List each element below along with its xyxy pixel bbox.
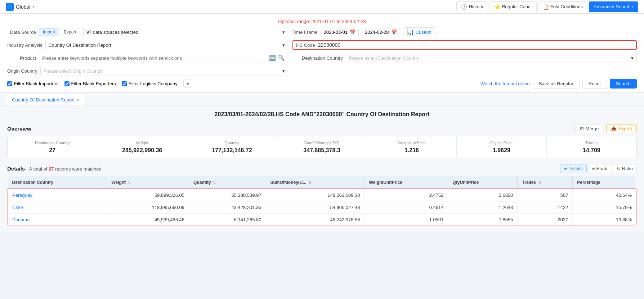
right-section-2: HS Code 22030000 [292, 40, 637, 50]
data-sources-select[interactable]: 97 data sources selected ▾ [83, 27, 288, 37]
regular-cond-button[interactable]: ⭐ Regular Cond. [489, 1, 537, 12]
advanced-search-button[interactable]: Advanced Search › [589, 1, 638, 12]
card-value-3: 347,685,378.3 [281, 147, 363, 154]
cell-1-2: 43,428,201.35 [189, 201, 266, 214]
product-input-field[interactable]: 🔤 🔍 [39, 53, 288, 63]
star-icon: ⭐ [494, 4, 500, 10]
th-1[interactable]: Weight ⇅ [107, 176, 189, 189]
optional-range-notice: Optional range: 2021-01-01 to 2024-02-28 [7, 19, 637, 24]
history-button[interactable]: 🕐 History [456, 1, 488, 12]
ratio-icon: ↻ [617, 166, 621, 171]
cell-2-5: 7.8555 [448, 214, 518, 226]
overview-card-3: SumOfMoney(USD) 347,685,378.3 [277, 136, 367, 158]
data-source-label: Data Source [7, 30, 36, 35]
custom-button[interactable]: 📊 Custom [403, 27, 436, 37]
cell-1-3: 54,905,027.48 [266, 201, 365, 214]
overview-card-0: Destination Country 27 [8, 136, 97, 158]
cell-1-6: 1422 [518, 201, 573, 214]
export-tab[interactable]: Export [60, 28, 80, 36]
th-5: QtyUnitPrice [448, 176, 518, 189]
left-section-1: Data Source Import Export 97 data source… [7, 27, 288, 37]
filter-actions: Watch the tutorial demo Save as Regular … [480, 79, 637, 89]
export-button[interactable]: 📤 Export [606, 124, 637, 133]
cell-1-1: 118,985,660.09 [107, 201, 189, 214]
country-link[interactable]: Paraguay [12, 192, 32, 198]
destination-country-select[interactable]: Please select Destination Country ▾ [346, 53, 637, 63]
card-value-6: 14,709 [550, 147, 633, 154]
cell-0-0[interactable]: Paraguay [8, 189, 107, 201]
fold-icon: 📋 [543, 4, 549, 10]
product-input[interactable] [42, 55, 267, 61]
cell-2-0[interactable]: Panama [8, 214, 107, 226]
date-start-input[interactable]: 2023-03-01 📅 [321, 28, 359, 36]
th-4: WeightUnitPrice [365, 176, 448, 189]
table-header-row: Destination CountryWeight ⇅Quantity ⇅Sum… [8, 176, 636, 189]
overview-card-6: Trades 14,709 [547, 136, 636, 158]
cell-0-3: 148,263,509.30 [266, 189, 365, 201]
overview-header: Overview ⊞ Merge 📤 Export [7, 124, 637, 133]
import-export-toggle: Import Export [39, 28, 80, 36]
overview-card-2: Quantity 177,132,146.72 [187, 136, 277, 158]
card-label-0: Destination Country [11, 141, 93, 145]
data-table: Destination CountryWeight ⇅Quantity ⇅Sum… [7, 176, 637, 226]
origin-country-select[interactable]: Please select Origin Country ▾ [40, 66, 288, 76]
cell-0-1: 59,899,326.05 [107, 189, 189, 201]
details-title: Details [7, 166, 25, 172]
table-row: Panama45,939,483.466,141,265.8048,242,97… [8, 214, 636, 226]
ratio-view-button[interactable]: ↻ Ratio [613, 164, 637, 173]
filter-row: Filter Blank Importers Filter Blank Expo… [7, 79, 637, 89]
th-3[interactable]: SumOfMoney(U... ⇅ [266, 176, 365, 189]
card-label-3: SumOfMoney(USD) [281, 141, 363, 145]
filter-blank-exporters-check[interactable]: Filter Blank Exporters [64, 81, 116, 86]
cell-2-2: 6,141,265.80 [189, 214, 266, 226]
tutorial-link[interactable]: Watch the tutorial demo [480, 81, 530, 86]
search-row-3: Product 🔤 🔍 Destination Country Please s… [7, 53, 637, 63]
translate-icon[interactable]: 🔤 [269, 55, 276, 61]
th-2[interactable]: Quantity ⇅ [189, 176, 266, 189]
th-6[interactable]: Trades ⇅ [518, 176, 573, 189]
tab-country-destination[interactable]: Country Of Destination Report × [6, 94, 85, 105]
fold-conditions-button[interactable]: 📋 Fold Conditions [538, 1, 587, 12]
filter-logistics-check[interactable]: Filter Logitics Company [122, 81, 178, 86]
sort-icon-3[interactable]: ⇅ [308, 181, 312, 185]
details-view-icon: ≡ [564, 166, 567, 171]
cell-0-7: 42.64% [573, 189, 636, 201]
cell-2-3: 48,242,978.56 [266, 214, 365, 226]
cell-2-4: 1.0501 [365, 214, 448, 226]
collapse-filters-button[interactable]: ▾ [183, 80, 192, 88]
chevron-down-icon: ▾ [282, 30, 285, 35]
search-row-1: Data Source Import Export 97 data source… [7, 27, 637, 37]
cell-1-4: 0.4614 [365, 201, 448, 214]
left-section-3: Product 🔤 🔍 [7, 53, 288, 63]
card-label-2: Quantity [191, 141, 273, 145]
filter-blank-importers-check[interactable]: Filter Blank Importers [7, 81, 59, 86]
sort-icon-1[interactable]: ⇅ [127, 181, 131, 185]
rank-view-button[interactable]: ≡ Rank [588, 164, 611, 173]
country-link[interactable]: Chile [12, 205, 23, 210]
tab-close-icon[interactable]: × [77, 98, 79, 103]
card-value-2: 177,132,146.72 [191, 147, 273, 154]
left-section-2: Industry Analysis Country Of Destination… [7, 40, 288, 50]
merge-button[interactable]: ⊞ Merge [575, 124, 604, 133]
overview-card-5: QtyUnitPrice 1.9629 [457, 136, 546, 158]
save-regular-button[interactable]: Save as Regular [533, 79, 580, 89]
hs-code-value: 22030000 [318, 42, 340, 48]
sort-icon-6[interactable]: ⇅ [537, 181, 541, 185]
search-input-icon[interactable]: 🔍 [278, 55, 285, 61]
date-end-input[interactable]: 2024-02-28 📅 [362, 28, 400, 36]
industry-analysis-select[interactable]: Country Of Destination Report ▾ [45, 40, 288, 50]
global-dropdown-arrow[interactable]: ▾ [32, 4, 35, 9]
card-label-5: QtyUnitPrice [460, 141, 542, 145]
cell-0-4: 2.4752 [365, 189, 448, 201]
cell-0-5: 2.6820 [448, 189, 518, 201]
country-link[interactable]: Panama [12, 217, 30, 222]
import-tab[interactable]: Import [39, 28, 59, 36]
custom-icon: 📊 [407, 29, 414, 36]
search-button[interactable]: Search [610, 79, 637, 89]
details-view-button[interactable]: ≡ Details [560, 164, 586, 173]
cell-1-0[interactable]: Chile [8, 201, 107, 214]
reset-button[interactable]: Reset [582, 79, 607, 89]
card-value-4: 1.216 [371, 147, 453, 154]
sort-icon-2[interactable]: ⇅ [212, 181, 216, 185]
cell-2-6: 2027 [518, 214, 573, 226]
